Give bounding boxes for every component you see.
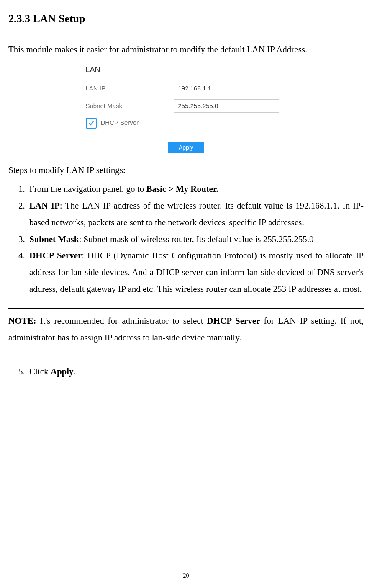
panel-title: LAN	[86, 62, 287, 77]
lan-ip-label: LAN IP	[86, 83, 174, 95]
steps-intro: Steps to modify LAN IP settings:	[8, 162, 364, 179]
step-1: From the navigation panel, go to Basic >…	[27, 181, 364, 198]
step-5-bold: Apply	[51, 366, 74, 377]
step-3-text: : Subnet mask of wireless router. Its de…	[79, 234, 313, 244]
note-pre-text: It's recommended for administrator to se…	[36, 316, 207, 326]
note-label: NOTE:	[8, 316, 36, 326]
step-5: Click Apply.	[27, 364, 364, 380]
step-1-text: From the navigation panel, go to	[29, 184, 146, 194]
step-1-bold: Basic > My Router.	[146, 184, 218, 194]
checkmark-icon	[88, 120, 95, 126]
step-2-bold: LAN IP	[29, 201, 60, 211]
step-2: LAN IP: The LAN IP address of the wirele…	[27, 198, 364, 231]
lan-setup-screenshot: LAN LAN IP 192.168.1.1 Subnet Mask 255.2…	[86, 62, 287, 153]
section-heading: 2.3.3 LAN Setup	[8, 8, 364, 29]
lan-ip-input[interactable]: 192.168.1.1	[174, 82, 279, 95]
step-2-text: : The LAN IP address of the wireless rou…	[29, 201, 364, 227]
intro-paragraph: This module makes it easier for administ…	[8, 41, 364, 58]
step-5-post: .	[74, 366, 76, 377]
note-bold: DHCP Server	[207, 316, 260, 326]
page-number: 20	[183, 570, 189, 582]
apply-button[interactable]: Apply	[168, 142, 204, 153]
step-4-bold: DHCP Server	[29, 250, 82, 260]
step-3-bold: Subnet Mask	[29, 234, 79, 244]
dhcp-server-label: DHCP Server	[101, 117, 139, 129]
subnet-mask-input[interactable]: 255.255.255.0	[174, 99, 279, 113]
subnet-mask-label: Subnet Mask	[86, 100, 174, 112]
step-5-text: Click	[29, 366, 51, 377]
dhcp-server-checkbox[interactable]	[86, 118, 97, 129]
steps-list: From the navigation panel, go to Basic >…	[8, 181, 364, 298]
note-box: NOTE: It's recommended for administrator…	[8, 308, 364, 351]
step-4: DHCP Server: DHCP (Dynamic Host Configur…	[27, 248, 364, 298]
step-3: Subnet Mask: Subnet mask of wireless rou…	[27, 231, 364, 248]
steps-list-continued: Click Apply.	[8, 364, 364, 380]
